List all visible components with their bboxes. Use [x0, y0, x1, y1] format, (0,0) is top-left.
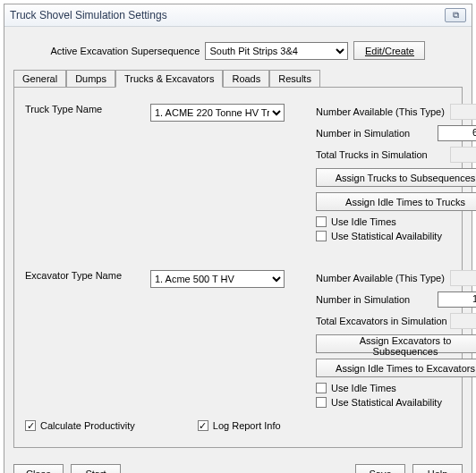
- assign-exc-subseq-button[interactable]: Assign Excavators to Subsequences: [316, 334, 476, 353]
- truck-use-stat-checkbox[interactable]: [316, 231, 327, 241]
- exc-use-stat-checkbox[interactable]: [316, 397, 327, 408]
- exc-total-label: Total Excavators in Simulation: [316, 316, 447, 326]
- truck-right-column: Number Available (This Type) 7 Number in…: [316, 104, 476, 245]
- assign-idle-exc-button[interactable]: Assign Idle Times to Excavators: [316, 359, 476, 377]
- excavator-right-column: Number Available (This Type) 1 Number in…: [316, 270, 476, 411]
- truck-num-sim-input[interactable]: 6: [438, 125, 476, 141]
- truck-use-idle-checkbox[interactable]: [316, 216, 327, 227]
- edit-create-button[interactable]: Edit/Create: [353, 41, 425, 60]
- truck-num-sim-label: Number in Simulation: [316, 128, 410, 139]
- exc-num-avail-label: Number Available (This Type): [316, 273, 445, 283]
- close-button[interactable]: Close: [13, 464, 64, 473]
- exc-use-idle-label: Use Idle Times: [331, 383, 396, 393]
- excavator-type-select[interactable]: 1. Acme 500 T HV: [150, 270, 285, 288]
- tab-dumps[interactable]: Dumps: [66, 70, 115, 88]
- supersequence-row: Active Excavation Supersequence South Pi…: [13, 41, 463, 60]
- truck-section: Truck Type Name 1. ACME 220 Tonne HV Tru…: [25, 104, 451, 245]
- exc-num-sim-input[interactable]: 1: [438, 291, 476, 308]
- titlebar: Truck Shovel Simulation Settings ⧉: [4, 4, 472, 27]
- help-button[interactable]: Help: [412, 464, 463, 473]
- save-button[interactable]: Save: [355, 464, 405, 473]
- exc-num-avail-value: 1: [450, 270, 476, 286]
- truck-use-idle-label: Use Idle Times: [331, 216, 396, 227]
- truck-num-avail-value: 7: [450, 104, 476, 120]
- excavator-section: Excavator Type Name 1. Acme 500 T HV Num…: [25, 270, 451, 411]
- supersequence-select[interactable]: South Pit Strips 3&4: [205, 42, 348, 60]
- tab-trucks-excavators[interactable]: Trucks & Excavators: [115, 70, 223, 88]
- start-button[interactable]: Start: [71, 464, 121, 473]
- truck-num-avail-label: Number Available (This Type): [316, 106, 445, 117]
- assign-idle-trucks-button[interactable]: Assign Idle Times to Trucks: [316, 192, 476, 211]
- tab-results[interactable]: Results: [269, 70, 320, 88]
- exc-total-value: 1: [450, 313, 476, 329]
- footer: Close Start Save Help: [4, 455, 472, 473]
- log-report-checkbox[interactable]: ✓: [198, 420, 208, 431]
- truck-total-value: 6: [450, 147, 476, 163]
- truck-total-label: Total Trucks in Simulation: [316, 149, 428, 160]
- supersequence-label: Active Excavation Supersequence: [51, 46, 200, 56]
- calc-productivity-label: Calculate Productivity: [40, 420, 135, 431]
- truck-type-label: Truck Type Name: [25, 104, 150, 114]
- exc-num-sim-label: Number in Simulation: [316, 294, 410, 305]
- tab-roads[interactable]: Roads: [223, 70, 269, 88]
- exc-use-idle-checkbox[interactable]: [316, 383, 327, 393]
- tab-panel-trucks-excavators: Truck Type Name 1. ACME 220 Tonne HV Tru…: [13, 87, 463, 448]
- body: Active Excavation Supersequence South Pi…: [4, 27, 472, 455]
- truck-type-select[interactable]: 1. ACME 220 Tonne HV Truck: [150, 104, 285, 122]
- calc-productivity-checkbox[interactable]: ✓: [25, 420, 36, 431]
- close-icon[interactable]: ⧉: [445, 8, 466, 22]
- bottom-checkboxes: ✓ Calculate Productivity ✓ Log Report In…: [25, 417, 451, 435]
- truck-use-stat-label: Use Statistical Availability: [331, 231, 442, 241]
- tab-strip: General Dumps Trucks & Excavators Roads …: [13, 69, 463, 87]
- exc-use-stat-label: Use Statistical Availability: [331, 397, 442, 408]
- excavator-type-label: Excavator Type Name: [25, 270, 150, 281]
- window-title: Truck Shovel Simulation Settings: [10, 9, 167, 21]
- window-frame: Truck Shovel Simulation Settings ⧉ Activ…: [4, 4, 472, 473]
- assign-trucks-subseq-button[interactable]: Assign Trucks to Subsequences: [316, 168, 476, 187]
- log-report-label: Log Report Info: [213, 420, 281, 431]
- tab-general[interactable]: General: [13, 70, 66, 88]
